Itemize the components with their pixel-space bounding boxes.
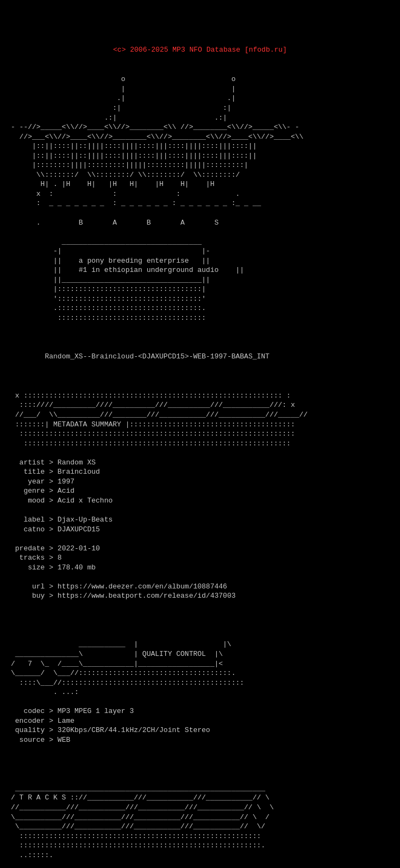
artist-value: Random XS [58,458,96,467]
tracks-box: ________________________________________… [11,774,389,868]
release-name: Random_XS--Braincloud-<DJAXUPCD15>-WEB-1… [11,343,389,362]
predate-value: 2022-01-10 [58,544,100,553]
genre-value: Acid [58,487,74,495]
label-value: Djax-Up-Beats [58,516,112,524]
codec-value: MP3 MPEG 1 layer 3 [58,707,134,715]
ascii-logo: o o | | .| .| :| :| [11,75,389,323]
release-name-text: Random_XS--Braincloud-<DJAXUPCD15>-WEB-1… [45,352,269,361]
source-value: WEB [58,736,70,744]
quality-box: ___________ | |\ _______________\ | QUAL… [11,630,389,754]
encoder-value: Lame [58,717,74,725]
quality-value: 320Kbps/CBR/44.1kHz/2CH/Joint Stereo [58,726,210,734]
catno-value: DJAXUPCD15 [58,525,100,534]
url-value[interactable]: https://www.deezer.com/en/album/10887446 [58,582,227,591]
year-value: 1997 [58,478,74,486]
buy-value[interactable]: https://www.beatport.com/release/id/4370… [58,592,236,600]
mood-value: Acid x Techno [58,497,112,505]
tracks-value: 8 [58,554,62,562]
page-title: <c> 2006-2025 MP3 NFO Database [nfodb.ru… [11,45,389,55]
title-value: Braincloud [58,468,100,476]
metadata-box: x ::::::::::::::::::::::::::::::::::::::… [11,381,389,610]
size-value: 178.40 mb [58,563,96,572]
